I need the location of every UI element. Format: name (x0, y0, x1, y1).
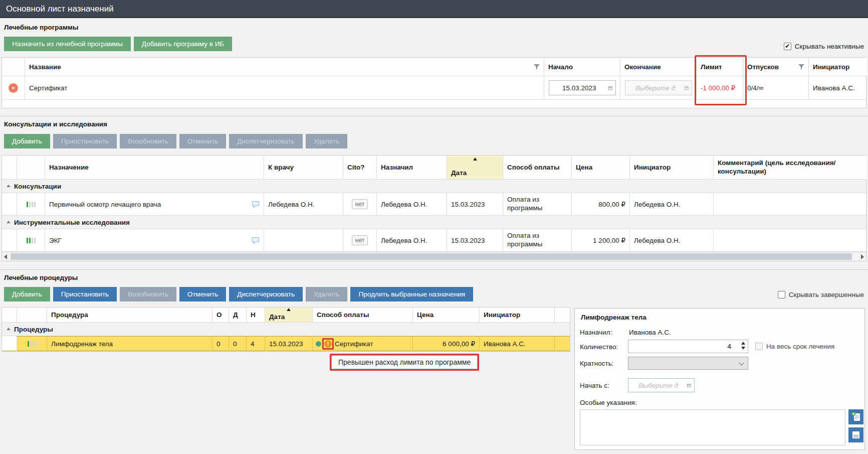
programs-table: Название Начало Окончание Лимит Отпусков… (2, 57, 866, 108)
filter-icon[interactable] (534, 64, 540, 70)
dispatch-button[interactable]: Диспетчеризовать (229, 287, 303, 301)
cito-cell: нет (343, 193, 377, 216)
filter-icon[interactable] (798, 64, 804, 70)
price-cell: 800,00 ₽ (572, 193, 630, 216)
doctor-cell: Лебедева О.Н. (264, 193, 343, 216)
special-instructions-textarea[interactable] (580, 409, 845, 445)
procedure-name-cell: Лимфодренаж тела (47, 336, 212, 351)
special-instructions-label: Особые указания: (580, 399, 637, 406)
spinner-up-icon[interactable] (741, 342, 745, 345)
program-end-cell: 7 (620, 76, 697, 100)
procedure-details-panel: Лимфодренаж тела Назначил: Иванова А.С. … (574, 308, 865, 450)
comment-icon[interactable] (252, 237, 260, 244)
delete-button[interactable]: Удалить (306, 134, 348, 148)
consult-col-doctor: К врачу (264, 156, 343, 180)
pause-button[interactable]: Приостановить (53, 287, 117, 301)
whole-term-label: На весь срок лечения (766, 343, 834, 350)
program-limit-cell: -1 000,00 ₽ (697, 76, 743, 100)
hide-completed-checkbox[interactable] (778, 291, 785, 298)
hide-completed-control: Скрывать завершенные (778, 291, 864, 298)
extra-cell (555, 336, 570, 351)
consult-col-date[interactable]: Дата (447, 156, 503, 180)
details-title: Лимфодренаж тела (581, 314, 646, 321)
quantity-label: Количество: (580, 343, 618, 351)
consultation-row[interactable]: Первичный осмотр лечащего врача Лебедева… (2, 193, 866, 216)
whole-term-checkbox[interactable] (755, 343, 763, 350)
hide-inactive-checkbox[interactable] (784, 43, 791, 50)
extend-selected-button[interactable]: Продлить выбранные назначения (350, 287, 473, 301)
programs-col-start: Начало (544, 58, 620, 76)
proc-col-procedure: Процедура (47, 308, 212, 323)
resume-button[interactable]: Возобновить (120, 287, 176, 301)
price-cell: 1 200,00 ₽ (572, 229, 630, 252)
proc-col-payment: Способ оплаты (313, 308, 413, 323)
assigned-by-label: Назначил: (580, 329, 612, 336)
end-date-field[interactable] (628, 84, 683, 92)
add-button[interactable]: Добавить (4, 287, 50, 301)
resume-button[interactable]: Возобновить (120, 134, 176, 148)
frequency-select[interactable] (628, 357, 748, 370)
assigned-by-cell: Лебедева О.Н. (377, 229, 447, 252)
assign-from-program-button[interactable]: Назначить из лечебной программы (4, 37, 131, 51)
assignment-cell: ЭКГ (45, 229, 264, 252)
programs-header-spacer (2, 58, 25, 76)
cancel-button[interactable]: Отменить (179, 287, 227, 301)
date-cell: 15.03.2023 (265, 336, 313, 351)
consult-header-expander (2, 156, 17, 180)
add-template-button[interactable] (848, 409, 863, 424)
consult-col-comment: Комментарий (цель исследования/консульта… (714, 156, 867, 180)
scroll-left-icon[interactable] (4, 254, 7, 259)
comment-icon[interactable] (252, 201, 260, 208)
limit-exceeded-tooltip: Превышен расход лимита по программе (331, 355, 478, 369)
delete-program-icon[interactable] (9, 83, 18, 93)
calendar-icon[interactable]: 7 (687, 382, 691, 389)
delete-button[interactable]: Удалить (306, 287, 348, 301)
date-cell: 15.03.2023 (447, 193, 503, 216)
section-divider (0, 269, 868, 270)
add-program-button[interactable]: Добавить программу в ИБ (134, 37, 232, 51)
dispatch-button[interactable]: Диспетчеризовать (229, 134, 303, 148)
consultation-row[interactable]: ЭКГ нет Лебедева О.Н. 15.03.2023 Оплата … (2, 229, 866, 252)
group-row-consultations[interactable]: Консультации (2, 180, 866, 193)
horizontal-scrollbar[interactable] (2, 252, 866, 261)
add-button[interactable]: Добавить (4, 134, 50, 148)
quantity-stepper[interactable] (628, 340, 748, 353)
initiator-cell: Лебедева О.Н. (630, 229, 714, 252)
spinner-down-icon[interactable] (741, 347, 745, 350)
doctor-cell (264, 229, 343, 252)
end-date-input[interactable]: 7 (625, 80, 692, 95)
scrollbar-thumb[interactable] (11, 253, 852, 260)
calendar-icon[interactable]: 7 (608, 85, 612, 91)
status-dot-icon (316, 341, 321, 347)
group-row-procedures[interactable]: Процедуры (2, 323, 570, 336)
status-bars-icon (28, 341, 37, 347)
d-cell: 0 (229, 336, 247, 351)
initiator-cell: Иванова А.С. (480, 336, 555, 351)
start-date-field[interactable] (552, 84, 606, 92)
hide-inactive-label: Скрывать неактивные (795, 43, 864, 50)
pause-button[interactable]: Приостановить (53, 134, 117, 148)
row-expander-cell (2, 229, 17, 252)
proc-header-expander (2, 308, 17, 323)
procedure-row-selected[interactable]: Лимфодренаж тела 0 0 4 15.03.2023 Сертиф… (2, 336, 570, 351)
quantity-field[interactable] (628, 340, 735, 353)
consult-col-cito: Cito? (343, 156, 377, 180)
scroll-right-icon[interactable] (861, 254, 864, 259)
program-row[interactable]: Сертификат 7 7 -1 000,00 ₽ 0/4/∞ Иванова… (2, 76, 866, 100)
start-from-date-input[interactable]: 7 (628, 378, 695, 392)
start-date-input[interactable]: 7 (549, 80, 616, 95)
group-row-instrumental[interactable]: Инструментальные исследования (2, 216, 866, 229)
program-start-cell: 7 (544, 76, 620, 100)
start-from-date-field[interactable] (631, 381, 685, 390)
window-title: Основной лист назначений (0, 0, 868, 18)
proc-col-date[interactable]: Дата (265, 308, 313, 323)
program-initiator-cell: Иванова А.С. (809, 76, 867, 100)
consult-col-assignment: Назначение (45, 156, 264, 180)
templates-list-button[interactable] (848, 427, 863, 442)
cito-cell: нет (343, 229, 377, 252)
program-dispense-cell: 0/4/∞ (743, 76, 809, 100)
assigned-by-cell: Лебедева О.Н. (377, 193, 447, 216)
cancel-button[interactable]: Отменить (179, 134, 227, 148)
warning-icon[interactable] (324, 340, 332, 348)
proc-col-n: Н (247, 308, 265, 323)
